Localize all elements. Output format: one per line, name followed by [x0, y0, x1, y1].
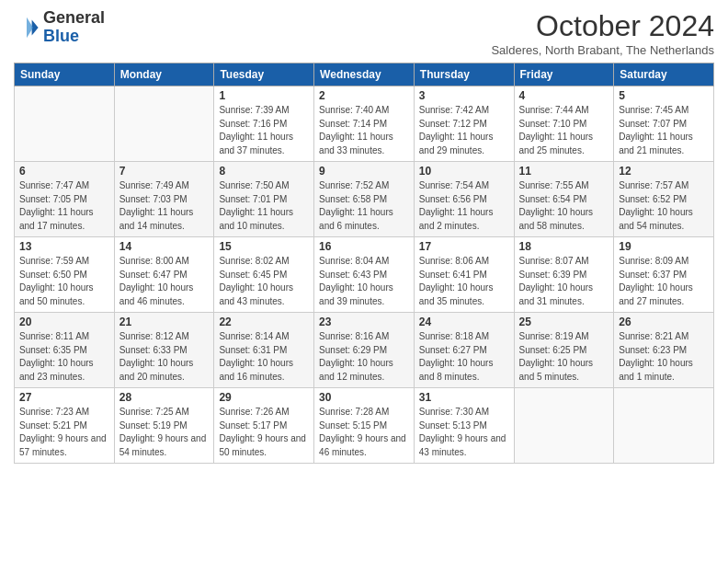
day-info: Sunrise: 7:57 AM Sunset: 6:52 PM Dayligh… — [619, 179, 709, 233]
day-info: Sunrise: 7:45 AM Sunset: 7:07 PM Dayligh… — [619, 104, 709, 157]
location-subtitle: Salderes, North Brabant, The Netherlands — [491, 43, 714, 57]
table-row: 21Sunrise: 8:12 AM Sunset: 6:33 PM Dayli… — [114, 313, 214, 388]
day-info: Sunrise: 7:28 AM Sunset: 5:15 PM Dayligh… — [319, 406, 409, 459]
calendar-week-row: 13Sunrise: 7:59 AM Sunset: 6:50 PM Dayli… — [15, 237, 714, 313]
day-info: Sunrise: 8:06 AM Sunset: 6:41 PM Dayligh… — [419, 255, 509, 308]
table-row: 15Sunrise: 8:02 AM Sunset: 6:45 PM Dayli… — [214, 237, 314, 313]
table-row: 20Sunrise: 8:11 AM Sunset: 6:35 PM Dayli… — [15, 313, 115, 388]
header-friday: Friday — [514, 63, 614, 86]
day-number: 2 — [319, 89, 409, 102]
day-number: 13 — [19, 240, 109, 253]
table-row: 26Sunrise: 8:21 AM Sunset: 6:23 PM Dayli… — [614, 313, 714, 388]
table-row: 28Sunrise: 7:25 AM Sunset: 5:19 PM Dayli… — [114, 388, 214, 464]
day-info: Sunrise: 8:21 AM Sunset: 6:23 PM Dayligh… — [619, 330, 709, 384]
day-info: Sunrise: 7:25 AM Sunset: 5:19 PM Dayligh… — [119, 406, 210, 459]
day-number: 29 — [219, 391, 309, 404]
day-info: Sunrise: 7:49 AM Sunset: 7:03 PM Dayligh… — [119, 179, 210, 233]
header-sunday: Sunday — [15, 63, 115, 86]
day-number: 10 — [419, 165, 509, 178]
page: General Blue October 2024 Salderes, Nort… — [0, 0, 728, 473]
calendar-week-row: 20Sunrise: 8:11 AM Sunset: 6:35 PM Dayli… — [15, 313, 714, 388]
header-tuesday: Tuesday — [214, 63, 314, 86]
day-number: 9 — [319, 165, 409, 178]
day-info: Sunrise: 7:52 AM Sunset: 6:58 PM Dayligh… — [319, 179, 409, 233]
header-saturday: Saturday — [614, 63, 714, 86]
header-thursday: Thursday — [414, 63, 514, 86]
day-number: 8 — [219, 165, 309, 178]
day-info: Sunrise: 7:54 AM Sunset: 6:56 PM Dayligh… — [419, 179, 509, 233]
title-block: October 2024 Salderes, North Brabant, Th… — [491, 9, 714, 57]
table-row — [15, 86, 115, 162]
day-info: Sunrise: 8:00 AM Sunset: 6:47 PM Dayligh… — [119, 255, 210, 308]
day-number: 19 — [619, 240, 709, 253]
header-wednesday: Wednesday — [314, 63, 415, 86]
day-number: 15 — [219, 240, 309, 253]
day-number: 24 — [419, 316, 509, 328]
table-row: 17Sunrise: 8:06 AM Sunset: 6:41 PM Dayli… — [414, 237, 514, 313]
day-info: Sunrise: 8:04 AM Sunset: 6:43 PM Dayligh… — [319, 255, 409, 308]
table-row: 4Sunrise: 7:44 AM Sunset: 7:10 PM Daylig… — [514, 86, 614, 162]
table-row: 31Sunrise: 7:30 AM Sunset: 5:13 PM Dayli… — [414, 388, 514, 464]
day-info: Sunrise: 7:55 AM Sunset: 6:54 PM Dayligh… — [519, 179, 609, 233]
day-info: Sunrise: 8:19 AM Sunset: 6:25 PM Dayligh… — [519, 330, 609, 384]
table-row: 12Sunrise: 7:57 AM Sunset: 6:52 PM Dayli… — [614, 162, 714, 237]
day-info: Sunrise: 8:09 AM Sunset: 6:37 PM Dayligh… — [619, 255, 709, 308]
day-info: Sunrise: 7:50 AM Sunset: 7:01 PM Dayligh… — [219, 179, 309, 233]
day-info: Sunrise: 7:39 AM Sunset: 7:16 PM Dayligh… — [219, 104, 309, 157]
day-info: Sunrise: 8:11 AM Sunset: 6:35 PM Dayligh… — [19, 330, 109, 384]
day-info: Sunrise: 7:42 AM Sunset: 7:12 PM Dayligh… — [419, 104, 509, 157]
day-info: Sunrise: 7:40 AM Sunset: 7:14 PM Dayligh… — [319, 104, 409, 157]
day-info: Sunrise: 7:59 AM Sunset: 6:50 PM Dayligh… — [19, 255, 109, 308]
day-number: 14 — [119, 240, 210, 253]
day-number: 4 — [519, 89, 609, 102]
day-number: 30 — [319, 391, 409, 404]
day-number: 16 — [319, 240, 409, 253]
table-row: 30Sunrise: 7:28 AM Sunset: 5:15 PM Dayli… — [314, 388, 415, 464]
table-row: 16Sunrise: 8:04 AM Sunset: 6:43 PM Dayli… — [314, 237, 415, 313]
day-number: 3 — [419, 89, 509, 102]
table-row: 18Sunrise: 8:07 AM Sunset: 6:39 PM Dayli… — [514, 237, 614, 313]
table-row: 14Sunrise: 8:00 AM Sunset: 6:47 PM Dayli… — [114, 237, 214, 313]
day-number: 23 — [319, 316, 409, 328]
table-row: 23Sunrise: 8:16 AM Sunset: 6:29 PM Dayli… — [314, 313, 415, 388]
table-row: 13Sunrise: 7:59 AM Sunset: 6:50 PM Dayli… — [15, 237, 115, 313]
logo-icon — [14, 15, 40, 40]
table-row: 7Sunrise: 7:49 AM Sunset: 7:03 PM Daylig… — [114, 162, 214, 237]
table-row — [114, 86, 214, 162]
table-row: 5Sunrise: 7:45 AM Sunset: 7:07 PM Daylig… — [614, 86, 714, 162]
day-number: 17 — [419, 240, 509, 253]
day-number: 11 — [519, 165, 609, 178]
day-number: 22 — [219, 316, 309, 328]
day-info: Sunrise: 7:26 AM Sunset: 5:17 PM Dayligh… — [219, 406, 309, 459]
day-number: 7 — [119, 165, 210, 178]
table-row: 2Sunrise: 7:40 AM Sunset: 7:14 PM Daylig… — [314, 86, 415, 162]
day-number: 12 — [619, 165, 709, 178]
table-row: 1Sunrise: 7:39 AM Sunset: 7:16 PM Daylig… — [214, 86, 314, 162]
day-info: Sunrise: 8:07 AM Sunset: 6:39 PM Dayligh… — [519, 255, 609, 308]
calendar-week-row: 27Sunrise: 7:23 AM Sunset: 5:21 PM Dayli… — [15, 388, 714, 464]
table-row: 11Sunrise: 7:55 AM Sunset: 6:54 PM Dayli… — [514, 162, 614, 237]
day-info: Sunrise: 8:18 AM Sunset: 6:27 PM Dayligh… — [419, 330, 509, 384]
table-row: 27Sunrise: 7:23 AM Sunset: 5:21 PM Dayli… — [15, 388, 115, 464]
day-number: 26 — [619, 316, 709, 328]
day-number: 31 — [419, 391, 509, 404]
table-row: 9Sunrise: 7:52 AM Sunset: 6:58 PM Daylig… — [314, 162, 415, 237]
day-number: 28 — [119, 391, 210, 404]
calendar-table: Sunday Monday Tuesday Wednesday Thursday… — [14, 63, 714, 464]
table-row: 6Sunrise: 7:47 AM Sunset: 7:05 PM Daylig… — [15, 162, 115, 237]
logo-text: General Blue — [43, 9, 105, 46]
table-row: 19Sunrise: 8:09 AM Sunset: 6:37 PM Dayli… — [614, 237, 714, 313]
table-row — [614, 388, 714, 464]
table-row: 10Sunrise: 7:54 AM Sunset: 6:56 PM Dayli… — [414, 162, 514, 237]
days-header-row: Sunday Monday Tuesday Wednesday Thursday… — [15, 63, 714, 86]
day-info: Sunrise: 7:47 AM Sunset: 7:05 PM Dayligh… — [19, 179, 109, 233]
day-number: 6 — [19, 165, 109, 178]
day-number: 27 — [19, 391, 109, 404]
day-info: Sunrise: 8:16 AM Sunset: 6:29 PM Dayligh… — [319, 330, 409, 384]
table-row: 22Sunrise: 8:14 AM Sunset: 6:31 PM Dayli… — [214, 313, 314, 388]
day-number: 1 — [219, 89, 309, 102]
logo: General Blue — [14, 9, 105, 46]
header-monday: Monday — [114, 63, 214, 86]
table-row: 29Sunrise: 7:26 AM Sunset: 5:17 PM Dayli… — [214, 388, 314, 464]
table-row: 3Sunrise: 7:42 AM Sunset: 7:12 PM Daylig… — [414, 86, 514, 162]
